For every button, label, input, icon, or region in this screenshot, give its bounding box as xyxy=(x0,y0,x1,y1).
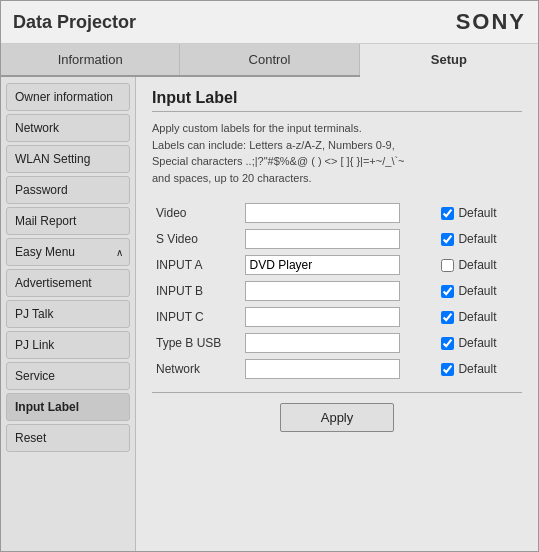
apply-button[interactable]: Apply xyxy=(280,403,395,432)
brand-logo: SONY xyxy=(456,9,526,35)
default-checkbox-input-b[interactable]: Default xyxy=(441,284,518,298)
table-row: Network Default xyxy=(152,356,522,382)
default-checkbox-s-video[interactable]: Default xyxy=(441,232,518,246)
input-video[interactable] xyxy=(245,203,400,223)
field-label-input-c: INPUT C xyxy=(152,304,241,330)
input-input-a[interactable] xyxy=(245,255,400,275)
input-s-video[interactable] xyxy=(245,229,400,249)
sidebar-item-pj-talk[interactable]: PJ Talk xyxy=(6,300,130,328)
table-row: INPUT C Default xyxy=(152,304,522,330)
app-title: Data Projector xyxy=(13,12,136,33)
sidebar-item-input-label[interactable]: Input Label xyxy=(6,393,130,421)
easy-menu-arrow-icon: ∧ xyxy=(116,247,123,258)
tab-information[interactable]: Information xyxy=(1,44,180,75)
divider xyxy=(152,392,522,393)
default-checkbox-input-c[interactable]: Default xyxy=(441,310,518,324)
table-row: Video Default xyxy=(152,200,522,226)
sidebar-item-reset[interactable]: Reset xyxy=(6,424,130,452)
input-input-b[interactable] xyxy=(245,281,400,301)
sidebar-item-mail-report[interactable]: Mail Report xyxy=(6,207,130,235)
section-title: Input Label xyxy=(152,89,522,112)
input-network[interactable] xyxy=(245,359,400,379)
apply-row: Apply xyxy=(152,403,522,432)
section-description: Apply custom labels for the input termin… xyxy=(152,120,522,186)
field-label-input-b: INPUT B xyxy=(152,278,241,304)
default-checkbox-network[interactable]: Default xyxy=(441,362,518,376)
default-checkbox-video[interactable]: Default xyxy=(441,206,518,220)
app-window: Data Projector SONY Information Control … xyxy=(0,0,539,552)
sidebar-item-easy-menu[interactable]: Easy Menu ∧ xyxy=(6,238,130,266)
input-type-b-usb[interactable] xyxy=(245,333,400,353)
table-row: INPUT A Default xyxy=(152,252,522,278)
sidebar-item-owner-information[interactable]: Owner information xyxy=(6,83,130,111)
field-label-input-a: INPUT A xyxy=(152,252,241,278)
table-row: S Video Default xyxy=(152,226,522,252)
field-label-network: Network xyxy=(152,356,241,382)
title-bar: Data Projector SONY xyxy=(1,1,538,44)
sidebar: Owner information Network WLAN Setting P… xyxy=(1,77,136,551)
table-row: INPUT B Default xyxy=(152,278,522,304)
field-label-video: Video xyxy=(152,200,241,226)
field-label-s-video: S Video xyxy=(152,226,241,252)
tab-bar: Information Control Setup xyxy=(1,44,538,77)
sidebar-item-password[interactable]: Password xyxy=(6,176,130,204)
default-checkbox-type-b-usb[interactable]: Default xyxy=(441,336,518,350)
tab-setup[interactable]: Setup xyxy=(360,44,538,77)
sidebar-item-pj-link[interactable]: PJ Link xyxy=(6,331,130,359)
sidebar-item-service[interactable]: Service xyxy=(6,362,130,390)
sidebar-item-wlan-setting[interactable]: WLAN Setting xyxy=(6,145,130,173)
sidebar-item-advertisement[interactable]: Advertisement xyxy=(6,269,130,297)
main-panel: Input Label Apply custom labels for the … xyxy=(136,77,538,551)
default-checkbox-input-a[interactable]: Default xyxy=(441,258,518,272)
content-area: Owner information Network WLAN Setting P… xyxy=(1,77,538,551)
input-input-c[interactable] xyxy=(245,307,400,327)
table-row: Type B USB Default xyxy=(152,330,522,356)
input-fields-table: Video Default S Video xyxy=(152,200,522,382)
field-label-type-b-usb: Type B USB xyxy=(152,330,241,356)
tab-control[interactable]: Control xyxy=(180,44,359,75)
sidebar-item-network[interactable]: Network xyxy=(6,114,130,142)
